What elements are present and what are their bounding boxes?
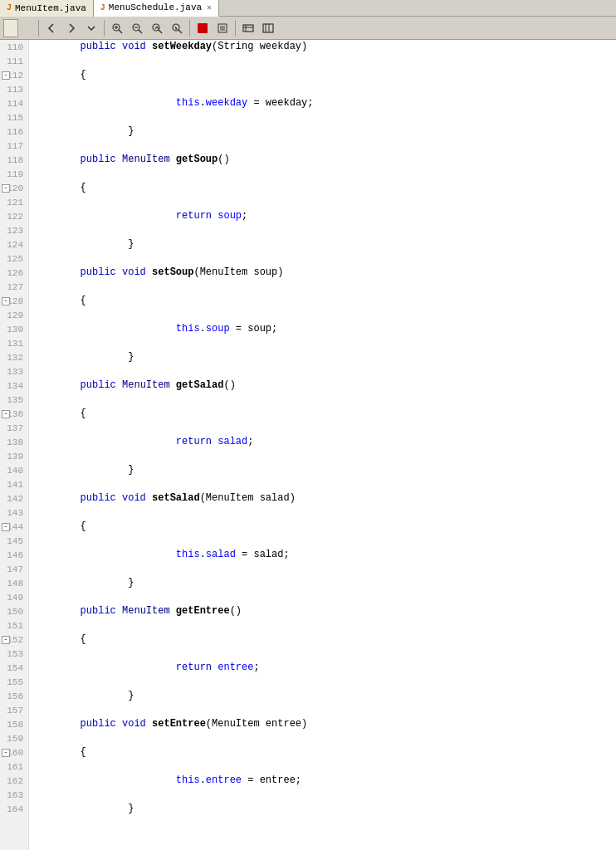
zoom-out-button[interactable]: [128, 19, 146, 37]
next-match-button[interactable]: [168, 19, 186, 37]
code-line-133: [32, 364, 613, 379]
close-tab-icon[interactable]: ✕: [207, 2, 212, 12]
fold-marker-160[interactable]: -: [2, 749, 10, 757]
line-number-126: 126: [0, 266, 28, 280]
fold-marker-128[interactable]: -: [2, 297, 10, 305]
line-number-121: 121: [0, 195, 28, 209]
line-number-153: 153: [0, 647, 28, 661]
line-number-161: 161: [0, 760, 28, 774]
code-line-142: public void setSalad(MenuItem salad): [32, 491, 613, 506]
code-line-163: [32, 788, 613, 802]
zoom-in-button[interactable]: [108, 19, 126, 37]
line-number-125: 125: [0, 252, 28, 266]
separator-1: [38, 20, 39, 37]
line-number-148: 148: [0, 576, 28, 590]
line-number-139: 139: [0, 449, 28, 463]
line-number-114: 114: [0, 96, 28, 110]
code-line-136: {: [32, 407, 613, 421]
tab-bar: J MenuItem.java J MenuSchedule.java ✕: [0, 0, 616, 17]
line-number-150: 150: [0, 604, 28, 618]
tab-menuschedule-label: MenuSchedule.java: [109, 2, 202, 12]
code-line-114: this.weekday = weekday;: [32, 96, 613, 110]
code-line-124: }: [32, 237, 613, 252]
line-number-158: 158: [0, 717, 28, 731]
line-number-123: 123: [0, 223, 28, 237]
line-number-164: 164: [0, 802, 28, 816]
line-number-145: 145: [0, 534, 28, 548]
source-button[interactable]: [3, 19, 18, 37]
prev-match-button[interactable]: [148, 19, 166, 37]
line-number-115: 115: [0, 110, 28, 125]
code-line-146: this.salad = salad;: [32, 548, 613, 562]
history-button[interactable]: [20, 19, 35, 37]
line-number-118: 118: [0, 153, 28, 167]
code-line-125: [32, 252, 613, 266]
code-line-130: this.soup = soup;: [32, 322, 613, 336]
code-line-143: [32, 506, 613, 520]
svg-line-10: [178, 30, 182, 33]
code-line-154: return entree;: [32, 661, 613, 675]
line-number-136: -136: [0, 407, 28, 421]
code-editor: 110111-112113114115116117118119-12012112…: [0, 40, 616, 850]
code-line-158: public void setEntree(MenuItem entree): [32, 717, 613, 731]
code-line-135: [32, 393, 613, 407]
forward-button[interactable]: [62, 19, 81, 37]
code-line-118: public MenuItem getSoup(): [32, 153, 613, 167]
line-number-113: 113: [0, 82, 28, 96]
code-line-116: }: [32, 125, 613, 139]
tab-menuschedule[interactable]: J MenuSchedule.java ✕: [94, 0, 219, 17]
code-line-131: [32, 336, 613, 350]
code-line-115: [32, 110, 613, 125]
fold-marker-120[interactable]: -: [2, 184, 10, 193]
line-number-141: 141: [0, 477, 28, 491]
run-button[interactable]: [193, 19, 212, 37]
settings-button[interactable]: [259, 19, 277, 37]
toolbar: [0, 17, 616, 40]
code-line-153: [32, 647, 613, 661]
code-line-123: [32, 223, 613, 237]
code-line-111: [32, 54, 613, 68]
tab-menuitem[interactable]: J MenuItem.java: [0, 0, 94, 17]
java-file-icon: J: [7, 3, 12, 12]
debug-button[interactable]: [213, 19, 232, 37]
back-button[interactable]: [42, 19, 61, 37]
code-line-112: {: [32, 68, 613, 82]
line-number-144: -144: [0, 520, 28, 534]
svg-line-1: [119, 30, 122, 33]
line-number-140: 140: [0, 463, 28, 477]
code-line-140: }: [32, 463, 613, 477]
line-number-130: 130: [0, 322, 28, 336]
code-line-145: [32, 534, 613, 548]
fold-marker-144[interactable]: -: [2, 523, 10, 531]
line-number-147: 147: [0, 562, 28, 576]
line-number-157: 157: [0, 703, 28, 717]
line-number-143: 143: [0, 506, 28, 520]
code-line-132: }: [32, 350, 613, 364]
code-line-126: public void setSoup(MenuItem soup): [32, 266, 613, 280]
code-line-161: [32, 760, 613, 774]
line-number-160: -160: [0, 745, 28, 760]
build-button[interactable]: [239, 19, 257, 37]
code-line-156: }: [32, 689, 613, 703]
dropdown-button[interactable]: [82, 19, 100, 37]
code-line-128: {: [32, 294, 613, 308]
line-number-111: 111: [0, 54, 28, 68]
code-line-141: [32, 477, 613, 491]
code-line-120: {: [32, 181, 613, 195]
code-line-160: {: [32, 745, 613, 760]
fold-marker-136[interactable]: -: [2, 410, 10, 418]
code-line-155: [32, 675, 613, 689]
svg-rect-17: [263, 24, 273, 32]
fold-marker-152[interactable]: -: [2, 636, 10, 644]
code-line-164: }: [32, 802, 613, 816]
code-line-148: }: [32, 576, 613, 590]
code-line-119: [32, 167, 613, 181]
line-number-132: 132: [0, 350, 28, 364]
svg-rect-13: [220, 26, 225, 31]
code-line-139: [32, 449, 613, 463]
svg-rect-14: [243, 25, 253, 32]
code-content-area[interactable]: public void setWeekday(String weekday) {…: [29, 40, 616, 850]
line-number-124: 124: [0, 237, 28, 252]
fold-marker-112[interactable]: -: [2, 71, 10, 80]
code-line-129: [32, 308, 613, 322]
